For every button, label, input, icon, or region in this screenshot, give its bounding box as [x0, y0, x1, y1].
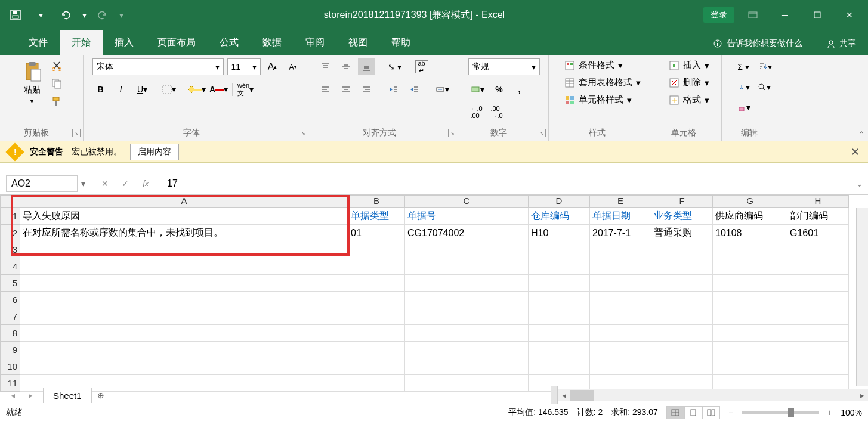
cell[interactable] [405, 308, 529, 325]
increase-decimal-icon[interactable]: ←.0.00 [468, 104, 485, 120]
cell[interactable] [713, 342, 787, 358]
wrap-text-icon[interactable]: ab↵ [415, 60, 428, 73]
cell[interactable] [529, 241, 590, 258]
column-header[interactable]: D [529, 195, 590, 208]
tab-数据[interactable]: 数据 [251, 30, 294, 55]
collapse-ribbon-icon[interactable]: ⌃ [858, 130, 864, 138]
formula-input[interactable] [162, 175, 856, 192]
bold-button[interactable]: B [92, 81, 109, 98]
cell[interactable] [348, 342, 405, 358]
dialog-launcher-icon[interactable]: ↘ [72, 129, 81, 137]
phonetic-button[interactable]: wén文 ▾ [236, 81, 255, 98]
name-box-dropdown-icon[interactable]: ▾ [78, 179, 88, 188]
cell[interactable] [651, 308, 713, 325]
close-icon[interactable]: ✕ [836, 6, 863, 24]
autosum-icon[interactable]: Σ ▾ [735, 58, 752, 75]
cell[interactable] [787, 275, 849, 292]
row-header[interactable]: 7 [0, 308, 20, 325]
cell[interactable] [713, 275, 787, 292]
qat-dropdown-icon[interactable]: ▾ [30, 6, 51, 24]
tab-公式[interactable]: 公式 [208, 30, 251, 55]
format-painter-icon[interactable] [49, 94, 64, 109]
cell[interactable] [348, 292, 405, 308]
row-header[interactable]: 4 [0, 258, 20, 275]
cell[interactable] [405, 325, 529, 342]
cell[interactable] [405, 358, 529, 375]
vertical-scrollbar[interactable] [856, 208, 868, 386]
close-warning-icon[interactable]: ✕ [851, 145, 860, 159]
sheet-nav-next-icon[interactable]: ▸ [23, 389, 38, 402]
cell[interactable] [405, 275, 529, 292]
cell[interactable] [787, 241, 849, 258]
cell[interactable] [651, 241, 713, 258]
cell[interactable] [590, 325, 651, 342]
row-header[interactable]: 8 [0, 325, 20, 342]
find-select-icon[interactable]: ▾ [755, 79, 772, 95]
borders-button[interactable]: ▾ [160, 81, 179, 98]
cell[interactable] [20, 275, 348, 292]
tab-页面布局[interactable]: 页面布局 [146, 30, 208, 55]
cell[interactable]: 供应商编码 [713, 208, 787, 225]
cell[interactable]: 仓库编码 [529, 208, 590, 225]
row-header[interactable]: 6 [0, 292, 20, 308]
percent-button[interactable]: % [491, 81, 508, 98]
row-header[interactable]: 10 [0, 358, 20, 375]
sheet-nav-prev-icon[interactable]: ◂ [5, 389, 20, 402]
insert-function-icon[interactable]: fx [138, 176, 153, 191]
row-header[interactable]: 1 [0, 208, 20, 225]
increase-indent-icon[interactable] [406, 81, 422, 98]
shrink-font-icon[interactable]: A▾ [285, 58, 301, 75]
cell[interactable]: 在对应所需名称或序数的集合中，未找到项目。 [20, 225, 348, 241]
name-box[interactable]: AO2 [6, 175, 78, 192]
align-center-icon[interactable] [338, 81, 354, 98]
cell[interactable] [651, 325, 713, 342]
cancel-formula-icon[interactable]: ✕ [98, 176, 112, 191]
clear-icon[interactable]: ▾ [735, 99, 752, 116]
conditional-format-button[interactable]: 条件格式 ▾ [562, 58, 625, 72]
cell[interactable] [787, 258, 849, 275]
new-sheet-icon[interactable]: ⊕ [92, 391, 110, 400]
grow-font-icon[interactable]: A▴ [264, 58, 281, 75]
cell[interactable] [348, 275, 405, 292]
currency-button[interactable]: ▾ [468, 81, 487, 98]
cell[interactable] [529, 325, 590, 342]
minimize-icon[interactable]: ─ [771, 6, 799, 24]
italic-button[interactable]: I [113, 81, 129, 98]
zoom-level[interactable]: 100% [841, 408, 862, 417]
expand-formula-bar-icon[interactable]: ⌄ [856, 179, 868, 188]
column-header[interactable]: A [20, 195, 348, 208]
cell[interactable]: 业务类型 [651, 208, 713, 225]
cell[interactable]: 普通采购 [651, 225, 713, 241]
number-format-select[interactable]: 常规▾ [468, 58, 540, 75]
cell[interactable] [713, 358, 787, 375]
cell[interactable] [787, 342, 849, 358]
cell[interactable] [20, 325, 348, 342]
copy-icon[interactable] [49, 76, 64, 91]
cell[interactable] [651, 342, 713, 358]
font-size-select[interactable]: 11▾ [227, 58, 261, 75]
cell[interactable] [590, 258, 651, 275]
cell[interactable] [651, 358, 713, 375]
cell[interactable] [405, 241, 529, 258]
cell[interactable]: 2017-7-1 [590, 225, 651, 241]
cell[interactable] [348, 308, 405, 325]
tab-splitter[interactable] [551, 386, 558, 404]
cell[interactable] [713, 308, 787, 325]
cell[interactable] [529, 308, 590, 325]
spreadsheet-grid[interactable]: ABCDEFGH 1导入失败原因单据类型单据号仓库编码单据日期业务类型供应商编码… [0, 195, 868, 386]
row-header[interactable]: 9 [0, 342, 20, 358]
save-icon[interactable] [5, 6, 26, 24]
cell[interactable]: 部门编码 [787, 208, 849, 225]
ribbon-display-icon[interactable] [739, 6, 767, 24]
cell[interactable] [529, 292, 590, 308]
orientation-icon[interactable]: ⤡ ▾ [385, 58, 404, 75]
delete-cells-button[interactable]: 删除 ▾ [666, 76, 712, 89]
cell[interactable] [348, 258, 405, 275]
page-break-view-icon[interactable] [702, 406, 720, 419]
cell[interactable] [651, 292, 713, 308]
cell[interactable]: H10 [529, 225, 590, 241]
cell[interactable]: CG17074002 [405, 225, 529, 241]
cell[interactable] [20, 292, 348, 308]
cell[interactable] [713, 292, 787, 308]
dialog-launcher-icon[interactable]: ↘ [538, 129, 546, 137]
